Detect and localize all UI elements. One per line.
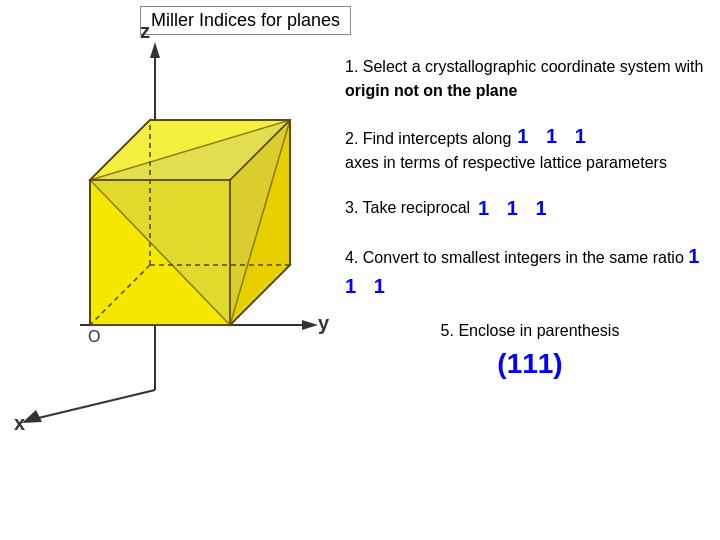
step2-nums: 1 1 1	[517, 121, 591, 151]
step3-nums: 1 1 1	[478, 193, 552, 223]
step1-text: 1. Select a crystallographic coordinate …	[345, 58, 703, 99]
step1: 1. Select a crystallographic coordinate …	[345, 55, 715, 103]
svg-text:y: y	[318, 312, 330, 334]
step2-text2: axes in terms of respective lattice para…	[345, 154, 667, 171]
step4: 4. Convert to smallest integers in the s…	[345, 241, 715, 301]
step4-text: 4. Convert to smallest integers in the s…	[345, 249, 684, 266]
step5: 5. Enclose in parenthesis (111)	[345, 319, 715, 385]
step2: 2. Find intercepts along 1 1 1 axes in t…	[345, 121, 715, 175]
step3: 3. Take reciprocal 1 1 1	[345, 193, 715, 223]
step5-text: 5. Enclose in parenthesis	[441, 322, 620, 339]
svg-text:x: x	[14, 412, 25, 434]
svg-marker-1	[150, 42, 160, 58]
step5-parens: (111)	[497, 348, 562, 379]
step2-text: 2. Find intercepts along	[345, 127, 511, 151]
content-area: 1. Select a crystallographic coordinate …	[345, 55, 715, 403]
cube-diagram: z y x O	[0, 20, 340, 440]
step3-text: 3. Take reciprocal	[345, 196, 470, 220]
svg-text:O: O	[88, 328, 100, 345]
svg-text:z: z	[140, 20, 150, 42]
svg-line-4	[30, 390, 155, 420]
svg-marker-3	[302, 320, 318, 330]
